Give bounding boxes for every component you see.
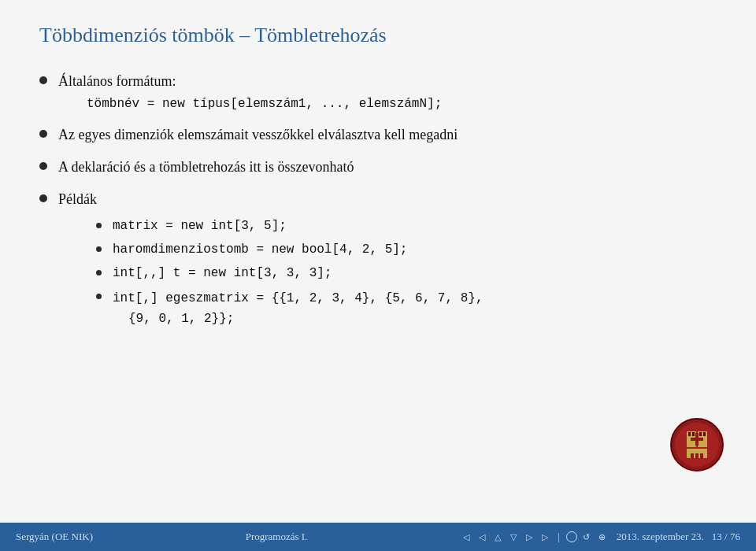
nav-controls: ◁ ◁ △ ▽ ▷ ▷ | ↺ ⊕: [460, 531, 609, 543]
slide-title: Többdimenziós tömbök – Tömbletrehozás: [39, 24, 717, 47]
nav-refresh-button[interactable]: ↺: [580, 531, 593, 543]
code-general: tömbnév = new típus[elemszám1, ..., elem…: [87, 94, 442, 110]
code-example-2: haromdimenziostomb = new bool[4, 2, 5];: [113, 240, 407, 259]
nav-next-button[interactable]: ▷: [523, 531, 536, 543]
bullet-label-3: A deklaráció és a tömbletrehozás itt is …: [58, 159, 354, 175]
nav-separator: |: [558, 531, 560, 543]
logo-svg: [669, 417, 724, 472]
bullet-text-3: A deklaráció és a tömbletrehozás itt is …: [58, 157, 717, 178]
sub-bullet-4: int[,] egeszmatrix = {{1, 2, 3, 4}, {5, …: [96, 287, 717, 328]
slide-container: Többdimenziós tömbök – Tömbletrehozás Ál…: [0, 0, 756, 523]
sub-bullets-area: matrix = new int[3, 5]; haromdimenziosto…: [68, 216, 717, 333]
code-example-1: matrix = new int[3, 5];: [113, 216, 287, 235]
bullet-general-format: Általános formátum: tömbnév = new típus[…: [39, 71, 717, 113]
svg-rect-12: [691, 453, 694, 458]
sub-bullet-3: int[,,] t = new int[3, 3, 3];: [96, 264, 717, 283]
footer-page: 13 / 76: [712, 531, 740, 543]
code-example-4-block: int[,] egeszmatrix = {{1, 2, 3, 4}, {5, …: [113, 287, 483, 328]
nav-circle-icon: [566, 531, 577, 542]
svg-rect-7: [688, 432, 691, 436]
bullet-label-2: Az egyes dimenziók elemszámait vesszőkke…: [58, 127, 458, 142]
sub-dot-4: [96, 294, 102, 299]
svg-rect-10: [703, 432, 706, 436]
bullet-label-4: Példák: [58, 191, 97, 207]
bullet-text-4: Példák: [58, 189, 717, 210]
bullet-text-2: Az egyes dimenziók elemszámait vesszőkke…: [58, 124, 717, 146]
nav-first-button[interactable]: ◁: [460, 531, 472, 543]
footer-bar: Sergyán (OE NIK) Programozás I. ◁ ◁ △ ▽ …: [0, 523, 756, 551]
bullet-dot-2: [39, 130, 47, 138]
code-format: tömbnév = new típus[elemszám1, ..., elem…: [87, 97, 442, 111]
bullet-declaration: A deklaráció és a tömbletrehozás itt is …: [39, 157, 717, 178]
nav-last-button[interactable]: ▷: [539, 531, 551, 543]
svg-rect-9: [699, 432, 702, 436]
svg-rect-8: [692, 432, 695, 436]
sub-bullet-1: matrix = new int[3, 5];: [96, 216, 717, 235]
code-example-3: int[,,] t = new int[3, 3, 3];: [113, 264, 332, 283]
bullet-label-1: Általános formátum:: [58, 73, 176, 89]
nav-down-button[interactable]: ▽: [507, 531, 520, 543]
nav-up-button[interactable]: △: [491, 531, 504, 543]
bullet-dimensions: Az egyes dimenziók elemszámait vesszőkke…: [39, 124, 717, 146]
footer-course: Programozás I.: [246, 531, 308, 543]
university-logo: [669, 417, 724, 475]
bullet-dot-3: [39, 162, 47, 170]
code-example-4-line2: {9, 0, 1, 2}};: [128, 312, 234, 326]
sub-dot-3: [96, 270, 102, 276]
sub-bullet-2: haromdimenziostomb = new bool[4, 2, 5];: [96, 240, 717, 259]
footer-author: Sergyán (OE NIK): [16, 531, 93, 543]
svg-rect-13: [700, 453, 703, 458]
bullet-dot-1: [39, 76, 47, 84]
sub-dot-2: [96, 246, 102, 252]
nav-zoom-button[interactable]: ⊕: [596, 531, 609, 543]
footer-right-area: ◁ ◁ △ ▽ ▷ ▷ | ↺ ⊕ 2013. szeptember 23. 1…: [460, 531, 740, 543]
code-example-4-line1: int[,] egeszmatrix = {{1, 2, 3, 4}, {5, …: [113, 291, 483, 305]
nav-prev-button[interactable]: ◁: [476, 531, 488, 543]
footer-date: 2013. szeptember 23.: [617, 531, 704, 543]
sub-dot-1: [96, 223, 102, 228]
bullet-text-1: Általános formátum: tömbnév = new típus[…: [58, 71, 717, 113]
svg-rect-6: [691, 438, 703, 441]
content-area: Általános formátum: tömbnév = new típus[…: [39, 71, 717, 507]
bullet-examples: Példák: [39, 189, 717, 210]
bullet-dot-4: [39, 194, 47, 202]
svg-rect-14: [695, 453, 699, 458]
